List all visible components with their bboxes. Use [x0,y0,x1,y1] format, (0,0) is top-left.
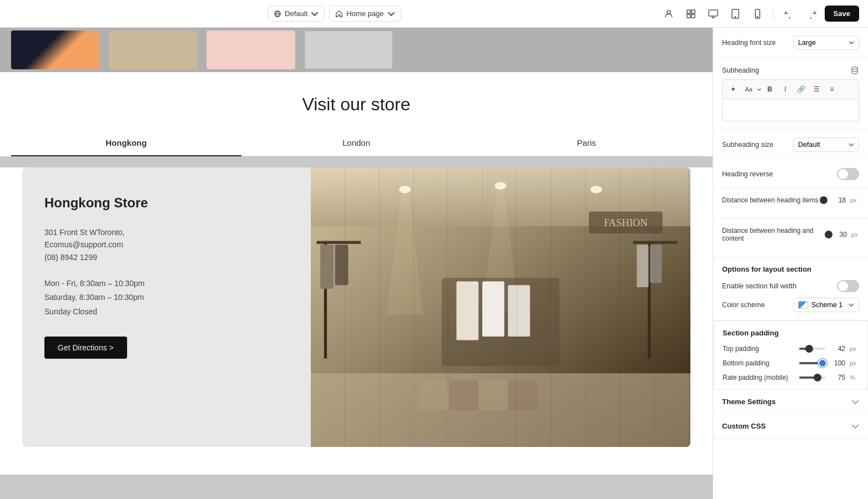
italic-btn[interactable]: I [778,82,793,96]
subheading-editor-content[interactable] [722,99,859,121]
heading-font-size-row: Heading font size Large [722,35,859,50]
color-scheme-select[interactable]: Scheme 1 [793,298,859,312]
enable-full-width-row: Enable section full width [722,280,859,292]
main-layout: Visit our store Hongkong London Paris Ho… [0,28,868,499]
font-btn[interactable]: Aa [741,82,756,96]
svg-point-16 [494,182,506,190]
svg-rect-5 [692,10,695,13]
link-btn[interactable]: 🔗 [794,82,808,96]
canvas-area: Visit our store Hongkong London Paris Ho… [0,28,713,499]
svg-rect-7 [692,14,695,18]
hours-line2: Saturday, 8:30am – 10:30pm [44,291,289,304]
heading-reverse-label: Heading reverse [722,170,789,178]
heading-reverse-section: Heading reverse [713,160,868,189]
svg-marker-18 [386,193,423,314]
bold-btn[interactable]: B [763,82,777,96]
globe-icon [274,10,281,18]
redo-btn[interactable] [803,5,820,23]
tab-london[interactable]: London [241,131,472,156]
rate-padding-row: Rate padding (mobile) 75 % [723,374,859,381]
grid-icon [686,9,696,19]
topbar-center: Default Home page [268,6,401,22]
thumb-2 [109,30,198,69]
tablet-icon [730,9,740,19]
store-content-card: Hongkong Store 301 Front St WToronto, Ec… [22,167,690,447]
theme-settings-label: Theme Settings [722,398,776,406]
tablet-icon-btn[interactable] [726,5,744,23]
theme-label: Default [285,9,307,18]
section-padding-block: Section padding Top padding 42 px Bottom… [713,320,868,390]
enable-full-width-label: Enable section full width [722,282,796,290]
svg-rect-21 [324,241,327,359]
svg-point-39 [852,67,857,69]
tab-paris[interactable]: Paris [471,131,702,156]
subheading-size-label: Subheading size [722,141,789,149]
top-padding-value: 42 [830,345,845,353]
directions-button[interactable]: Get Directions > [44,337,127,359]
address-line2: Ecomus@support.com [44,238,289,251]
svg-point-10 [735,16,736,17]
custom-css-row[interactable]: Custom CSS [713,414,868,439]
bottom-padding-row: Bottom padding 100 px [723,359,859,367]
undo-btn[interactable] [780,5,798,23]
rate-padding-slider[interactable] [799,376,825,379]
svg-rect-29 [442,278,559,366]
bottom-padding-slider[interactable] [799,362,825,364]
svg-rect-20 [311,373,690,447]
bottom-padding-label: Bottom padding [723,359,795,367]
svg-rect-33 [508,381,537,410]
top-padding-label: Top padding [723,345,795,353]
thumb-4 [304,30,393,69]
redo-icon [806,9,816,19]
top-padding-slider[interactable] [799,348,825,350]
dist-heading-content-value: 30 [833,231,847,238]
heading-font-size-select[interactable]: Large [793,35,859,50]
address-line3: (08) 8942 1299 [44,251,289,263]
mobile-icon-btn[interactable] [749,5,766,23]
svg-rect-23 [320,245,334,289]
bullet-list-btn[interactable]: ☰ [809,82,824,96]
dist-heading-items-slider[interactable] [822,199,826,201]
chevron-down-icon [311,10,319,18]
store-image-svg: FASHION [311,167,690,447]
subheading-size-select[interactable]: Default [793,138,859,152]
top-padding-unit: px [850,345,859,352]
svg-rect-8 [709,10,718,16]
svg-rect-34 [589,212,663,234]
rate-padding-value: 75 [830,374,845,381]
undo-icon [784,9,794,19]
ordered-list-btn[interactable]: ≡ [825,82,839,96]
theme-settings-row[interactable]: Theme Settings [713,390,868,414]
chevron-down-icon [851,400,859,404]
dist-heading-content-row: Distance between heading and content 30 … [722,227,859,242]
svg-rect-14 [311,167,690,226]
thumb-1 [11,30,100,69]
format-icon-btn[interactable]: ✦ [726,82,740,96]
svg-text:FASHION: FASHION [604,217,648,228]
tab-hongkong[interactable]: Hongkong [11,131,241,156]
desktop-icon-btn[interactable] [704,5,722,23]
page-dropdown[interactable]: Home page [329,6,401,22]
dist-heading-content-section: Distance between heading and content 30 … [713,219,868,257]
svg-rect-4 [687,10,690,13]
thumb-3 [206,30,295,69]
color-scheme-label: Color scheme [722,301,789,309]
store-info: Hongkong Store 301 Front St WToronto, Ec… [22,167,311,447]
heading-reverse-toggle[interactable] [837,168,859,180]
svg-marker-19 [482,190,519,314]
save-button[interactable]: Save [825,6,859,22]
grid-icon-btn[interactable] [682,5,700,23]
heading-font-size-value: Large [798,39,816,47]
right-panel: Heading font size Large Subheading ✦ Aa … [713,28,868,499]
svg-rect-22 [317,241,361,244]
enable-full-width-toggle[interactable] [837,280,859,292]
svg-rect-36 [456,282,478,340]
heading-reverse-row: Heading reverse [722,168,859,180]
theme-dropdown[interactable]: Default [268,6,325,22]
hours-line3: Sunday Closed [44,305,289,319]
desktop-icon [708,9,718,19]
person-icon-btn[interactable] [660,5,678,23]
divider [773,8,774,19]
svg-rect-24 [335,245,349,285]
home-icon [335,10,343,18]
